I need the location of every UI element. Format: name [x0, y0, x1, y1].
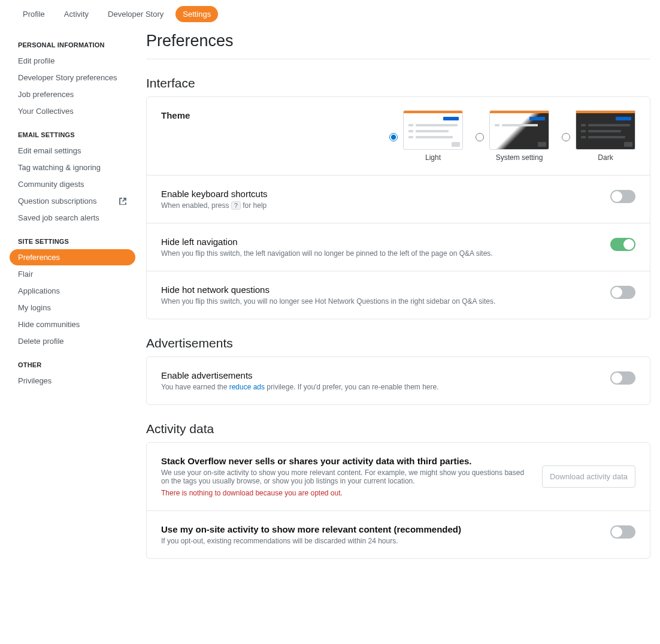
hide-hot-title: Hide hot network questions — [161, 285, 598, 295]
sidebar-item-label: Flair — [18, 270, 33, 279]
section-title-ads: Advertisements — [146, 336, 650, 350]
activity-optin-desc: If you opt-out, existing recommendations… — [161, 537, 598, 545]
sidebar-item-saved-job-alerts[interactable]: Saved job search alerts — [10, 210, 135, 226]
theme-option-dark[interactable]: Dark — [559, 110, 635, 162]
sidebar-group-email: EMAIL SETTINGS — [10, 128, 135, 142]
sidebar-item-privileges[interactable]: Privileges — [10, 373, 135, 389]
download-activity-button[interactable]: Download activity data — [542, 465, 635, 488]
theme-radio-system[interactable] — [476, 133, 484, 141]
theme-row: Theme — [147, 97, 650, 176]
sidebar-item-label: Job preferences — [18, 90, 74, 99]
hide-left-nav-row: Hide left navigation When you flip this … — [147, 223, 650, 271]
activity-optin-title: Use my on-site activity to show more rel… — [161, 524, 598, 534]
activity-card: Stack Overflow never sells or shares you… — [146, 442, 650, 559]
theme-radio-dark[interactable] — [562, 133, 570, 141]
section-title-interface: Interface — [146, 76, 650, 90]
interface-card: Theme — [146, 96, 650, 319]
activity-optin-row: Use my on-site activity to show more rel… — [147, 511, 650, 558]
theme-caption-system: System setting — [489, 153, 549, 162]
sidebar-item-label: Tag watching & ignoring — [18, 163, 101, 172]
sidebar-item-preferences[interactable]: Preferences — [10, 249, 135, 265]
tab-developer-story[interactable]: Developer Story — [101, 6, 171, 22]
desc-text: When enabled, press — [161, 201, 231, 210]
sidebar-item-label: Developer Story preferences — [18, 73, 117, 82]
hide-left-nav-desc: When you flip this switch, the left navi… — [161, 249, 598, 258]
theme-label: Theme — [161, 110, 190, 120]
top-nav: Profile Activity Developer Story Setting… — [0, 0, 660, 28]
theme-caption-light: Light — [403, 153, 463, 162]
sidebar-item-my-logins[interactable]: My logins — [10, 300, 135, 316]
external-link-icon — [119, 197, 127, 205]
sidebar-group-site: SITE SETTINGS — [10, 234, 135, 249]
activity-intro-desc: We use your on-site activity to show you… — [161, 468, 530, 485]
sidebar-item-hide-communities[interactable]: Hide communities — [10, 316, 135, 332]
activity-optin-toggle[interactable] — [610, 525, 635, 539]
sidebar-item-edit-profile[interactable]: Edit profile — [10, 53, 135, 69]
enable-ads-row: Enable advertisements You have earned th… — [147, 357, 650, 404]
keyboard-shortcuts-desc: When enabled, press ? for help — [161, 201, 598, 210]
activity-intro-title: Stack Overflow never sells or shares you… — [161, 456, 530, 466]
sidebar-item-label: Community digests — [18, 180, 84, 189]
sidebar-item-label: Applications — [18, 286, 60, 295]
sidebar-item-applications[interactable]: Applications — [10, 283, 135, 299]
sidebar-item-label: Delete profile — [18, 337, 64, 346]
theme-caption-dark: Dark — [576, 153, 635, 162]
sidebar-item-label: Saved job search alerts — [18, 213, 99, 222]
theme-radio-light[interactable] — [389, 133, 398, 141]
sidebar-group-other: OTHER — [10, 358, 135, 372]
theme-thumb-system — [489, 110, 549, 150]
sidebar-item-label: Edit email settings — [18, 146, 81, 155]
sidebar-item-label: Your Collectives — [18, 107, 74, 116]
desc-text: You have earned the — [161, 383, 229, 391]
sidebar-group-personal: PERSONAL INFORMATION — [10, 38, 135, 52]
sidebar-item-label: My logins — [18, 303, 51, 312]
theme-option-system[interactable]: System setting — [473, 110, 549, 162]
sidebar-item-delete-profile[interactable]: Delete profile — [10, 333, 135, 349]
sidebar-item-question-subs[interactable]: Question subscriptions — [10, 193, 135, 209]
hide-hot-desc: When you flip this switch, you will no l… — [161, 297, 598, 306]
sidebar-item-label: Hide communities — [18, 320, 80, 329]
settings-sidebar: PERSONAL INFORMATION Edit profile Develo… — [10, 28, 135, 559]
desc-text: for help — [241, 201, 267, 210]
enable-ads-toggle[interactable] — [610, 371, 635, 385]
theme-thumb-light — [403, 110, 463, 150]
sidebar-item-dev-story-prefs[interactable]: Developer Story preferences — [10, 69, 135, 86]
enable-ads-title: Enable advertisements — [161, 370, 598, 380]
keyboard-shortcuts-row: Enable keyboard shortcuts When enabled, … — [147, 176, 650, 223]
keyboard-shortcuts-toggle[interactable] — [610, 190, 635, 203]
tab-activity[interactable]: Activity — [57, 6, 96, 22]
activity-intro-warning: There is nothing to download because you… — [161, 489, 530, 497]
theme-thumb-dark — [576, 110, 635, 150]
page-title: Preferences — [146, 32, 650, 59]
sidebar-item-edit-email[interactable]: Edit email settings — [10, 143, 135, 159]
sidebar-item-label: Question subscriptions — [18, 196, 97, 205]
hide-left-nav-toggle[interactable] — [610, 238, 635, 251]
tab-profile[interactable]: Profile — [16, 6, 52, 22]
sidebar-item-your-collectives[interactable]: Your Collectives — [10, 103, 135, 119]
hide-hot-row: Hide hot network questions When you flip… — [147, 271, 650, 319]
help-key-icon: ? — [231, 201, 241, 210]
theme-option-light[interactable]: Light — [386, 110, 463, 162]
sidebar-item-label: Edit profile — [18, 56, 55, 65]
reduce-ads-link[interactable]: reduce ads — [229, 383, 265, 391]
ads-card: Enable advertisements You have earned th… — [146, 356, 650, 405]
sidebar-item-label: Privileges — [18, 376, 52, 385]
hide-left-nav-title: Hide left navigation — [161, 237, 598, 247]
sidebar-item-tag-watching[interactable]: Tag watching & ignoring — [10, 159, 135, 176]
hide-hot-toggle[interactable] — [610, 286, 635, 299]
enable-ads-desc: You have earned the reduce ads privilege… — [161, 383, 598, 391]
sidebar-item-community-digests[interactable]: Community digests — [10, 176, 135, 192]
theme-options: Light — [386, 110, 635, 162]
section-title-activity: Activity data — [146, 422, 650, 436]
keyboard-shortcuts-title: Enable keyboard shortcuts — [161, 189, 598, 199]
activity-intro-row: Stack Overflow never sells or shares you… — [147, 443, 650, 511]
sidebar-item-flair[interactable]: Flair — [10, 266, 135, 282]
main-content: Preferences Interface Theme — [135, 28, 650, 559]
desc-text: privilege. If you'd prefer, you can re-e… — [265, 383, 438, 391]
sidebar-item-job-prefs[interactable]: Job preferences — [10, 86, 135, 102]
sidebar-item-label: Preferences — [18, 253, 60, 262]
tab-settings[interactable]: Settings — [175, 6, 218, 22]
